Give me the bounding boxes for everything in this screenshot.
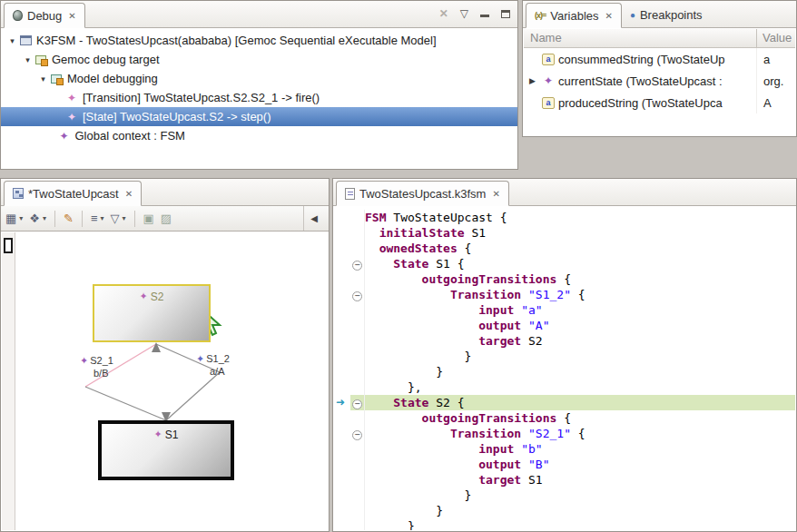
variable-name: consummedString (TwoStateUp (558, 53, 725, 66)
code-line[interactable]: } (334, 488, 795, 503)
variable-row[interactable]: aproducedString (TwoStateUpcaA (524, 92, 795, 113)
canvas-left-ruler (2, 232, 15, 530)
code-line[interactable]: } (334, 503, 795, 518)
column-header-name[interactable]: Name (524, 29, 757, 47)
chevron-down-icon[interactable]: ▾ (19, 214, 23, 222)
close-icon[interactable]: ✕ (605, 11, 613, 21)
transition-io: a/A (210, 365, 230, 378)
folding-ruler: − (350, 395, 365, 410)
filters-button[interactable]: ▽▾ (111, 212, 126, 225)
variable-row[interactable]: ▶✦currentState (TwoStateUpcast :org. (524, 70, 795, 92)
column-header-value[interactable]: Value (757, 29, 795, 47)
export-image-button[interactable]: ▣ (143, 212, 154, 225)
transition-icon: ✦ (196, 353, 204, 364)
variable-row[interactable]: aconsummedString (TwoStateUpa (524, 48, 795, 70)
code-line[interactable]: } (334, 349, 795, 364)
code-line[interactable]: −Transition "S2_1" { (334, 426, 795, 441)
debug-tree-item[interactable]: ▾K3FSM - TwoStatesUpcast(abababa) [Gemoc… (1, 31, 517, 50)
transition-label-s2_1[interactable]: ✦S2_1 b/B (80, 354, 113, 379)
launch-icon (18, 35, 33, 45)
tab-k3fsm-file[interactable]: TwoStatesUpcast.k3fsm ✕ (336, 181, 509, 206)
code-line[interactable]: outgoingTransitions { (334, 410, 795, 426)
code-line-current[interactable]: ➜−State S2 { (334, 395, 795, 410)
variable-value: a (757, 53, 795, 66)
refresh-style-button[interactable]: ✎ (64, 212, 74, 225)
annotation-ruler: ➜ (334, 395, 350, 410)
folding-ruler (350, 364, 365, 379)
code-line[interactable]: } (334, 364, 795, 379)
code-line[interactable]: input "b" (334, 441, 795, 457)
chevron-down-icon[interactable]: ▾ (100, 214, 103, 222)
code-text: initialState S1 (365, 225, 795, 241)
fold-collapse-icon[interactable]: − (352, 291, 362, 301)
chevron-down-icon[interactable]: ▾ (123, 214, 126, 222)
fold-collapse-icon[interactable]: − (352, 430, 362, 440)
folding-ruler (350, 379, 365, 395)
palette-collapse-button[interactable]: ◀ (303, 206, 324, 231)
expander-icon[interactable]: ▶ (526, 76, 538, 85)
code-line[interactable]: FSM TwoStateUpcast { (334, 210, 795, 225)
chevron-down-icon[interactable]: ▾ (43, 214, 46, 222)
variables-icon: (x)= (535, 11, 546, 20)
code-text: } (365, 364, 795, 379)
code-text: outgoingTransitions { (365, 271, 795, 287)
expander-icon[interactable]: ▾ (22, 55, 34, 64)
diagram-tabbar: *TwoStateUpcast ✕ (1, 179, 329, 206)
remove-terminated-icon[interactable]: ✕ (439, 7, 448, 20)
folding-ruler (350, 210, 365, 225)
expander-icon[interactable]: ▾ (6, 36, 18, 45)
tab-debug[interactable]: Debug ✕ (4, 3, 85, 28)
code-line[interactable]: target S2 (334, 333, 795, 349)
print-button[interactable]: ▨ (161, 212, 172, 225)
debug-tree-item[interactable]: ▾Model debugging (1, 69, 517, 88)
code-line[interactable]: output "B" (334, 457, 795, 472)
fold-collapse-icon[interactable]: − (352, 261, 362, 271)
layout-tool-button[interactable]: ▦▾ (5, 212, 23, 225)
close-icon[interactable]: ✕ (492, 189, 499, 199)
code-line[interactable]: outgoingTransitions { (334, 271, 795, 287)
annotation-ruler (334, 256, 350, 271)
transition-edges (2, 232, 328, 530)
maximize-icon[interactable] (501, 10, 510, 18)
code-line[interactable]: output "A" (334, 318, 795, 333)
debug-tree-item[interactable]: ✦[State] TwoStateUpcast.S2 -> step() (1, 107, 517, 126)
layers-button[interactable]: ≡▾ (91, 212, 104, 225)
text-editor-area[interactable]: FSM TwoStateUpcast {initialState S1owned… (334, 207, 795, 530)
code-line[interactable]: input "a" (334, 302, 795, 318)
diagram-canvas[interactable]: ✦ S2 ✦ S1 ✦S2_1 b/B ✦S1_2 a/A (2, 232, 328, 530)
tab-breakpoints[interactable]: ● Breakpoints (622, 2, 711, 27)
folding-ruler (350, 271, 365, 287)
state-label: S1 (165, 429, 179, 441)
tab-diagram[interactable]: *TwoStateUpcast ✕ (4, 181, 142, 206)
debug-tree-item[interactable]: ▾Gemoc debug target (1, 50, 517, 69)
annotation-ruler (334, 302, 350, 318)
expander-icon[interactable]: ▾ (37, 74, 49, 84)
debug-tabbar: Debug ✕ ✕ ▽ (1, 1, 517, 28)
tab-variables[interactable]: (x)= Variables ✕ (526, 3, 622, 28)
code-line[interactable]: ownedStates { (334, 241, 795, 256)
canvas-thumbnail[interactable] (4, 238, 13, 253)
folding-ruler (350, 410, 365, 426)
close-icon[interactable]: ✕ (68, 11, 75, 21)
variable-name: producedString (TwoStateUpca (558, 96, 723, 110)
fold-collapse-icon[interactable]: − (352, 399, 362, 409)
transition-label-s1_2[interactable]: ✦S1_2 a/A (196, 352, 230, 378)
code-editor: TwoStatesUpcast.k3fsm ✕ FSM TwoStateUpca… (332, 178, 797, 532)
code-line[interactable]: } (334, 518, 795, 530)
state-node-s2[interactable]: ✦ S2 (93, 284, 211, 342)
debug-tree-item[interactable]: ✦[Transition] TwoStateUpcast.S2.S2_1 -> … (1, 88, 517, 107)
state-node-s1[interactable]: ✦ S1 (98, 420, 234, 480)
minimize-icon[interactable] (480, 10, 489, 17)
view-menu-icon[interactable]: ▽ (460, 7, 468, 20)
code-line[interactable]: target S1 (334, 472, 795, 488)
code-line[interactable]: −Transition "S1_2" { (334, 287, 795, 302)
code-line[interactable]: }, (334, 379, 795, 395)
folding-ruler (350, 518, 365, 530)
code-line[interactable]: −State S1 { (334, 256, 795, 271)
folding-ruler (350, 503, 365, 518)
close-icon[interactable]: ✕ (125, 189, 133, 199)
code-line[interactable]: initialState S1 (334, 225, 795, 241)
variables-tabbar: (x)= Variables ✕ ● Breakpoints (523, 1, 796, 28)
select-tool-button[interactable]: ❖▾ (29, 212, 46, 225)
debug-tree-item[interactable]: ✦Global context : FSM (1, 126, 517, 145)
